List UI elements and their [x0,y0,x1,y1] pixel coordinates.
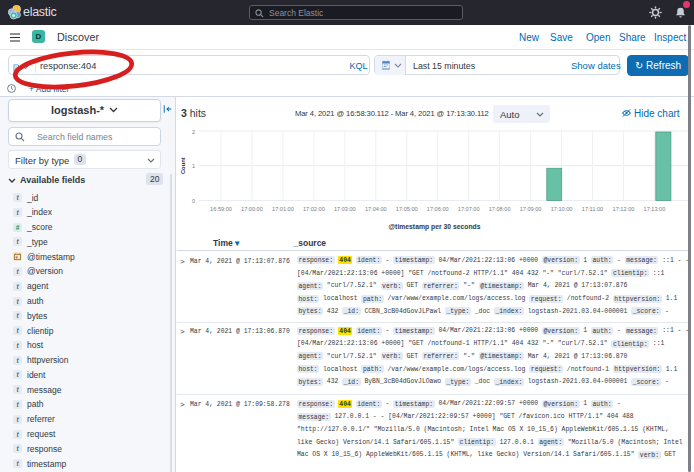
svg-text:@timestamp per 30 seconds: @timestamp per 30 seconds [388,223,480,231]
svg-text:17:06:00: 17:06:00 [427,206,449,212]
svg-text:17:12:00: 17:12:00 [613,206,635,212]
svg-text:17:04:00: 17:04:00 [365,206,387,212]
svg-text:16:59:00: 16:59:00 [210,206,232,212]
svg-text:17:05:00: 17:05:00 [396,206,418,212]
svg-text:1: 1 [192,163,195,169]
svg-text:17:08:00: 17:08:00 [489,206,511,212]
svg-text:0: 0 [192,198,195,204]
svg-text:17:07:00: 17:07:00 [458,206,480,212]
svg-text:17:01:00: 17:01:00 [272,206,294,212]
svg-text:17:00:00: 17:00:00 [241,206,263,212]
svg-text:17:09:00: 17:09:00 [520,206,542,212]
svg-text:2: 2 [192,129,195,135]
svg-text:17:11:00: 17:11:00 [582,206,603,212]
svg-text:17:02:00: 17:02:00 [303,206,325,212]
svg-text:17:10:00: 17:10:00 [551,206,573,212]
svg-text:17:03:00: 17:03:00 [334,206,356,212]
svg-text:17:13:00: 17:13:00 [644,206,666,212]
svg-text:Count: Count [180,157,186,174]
